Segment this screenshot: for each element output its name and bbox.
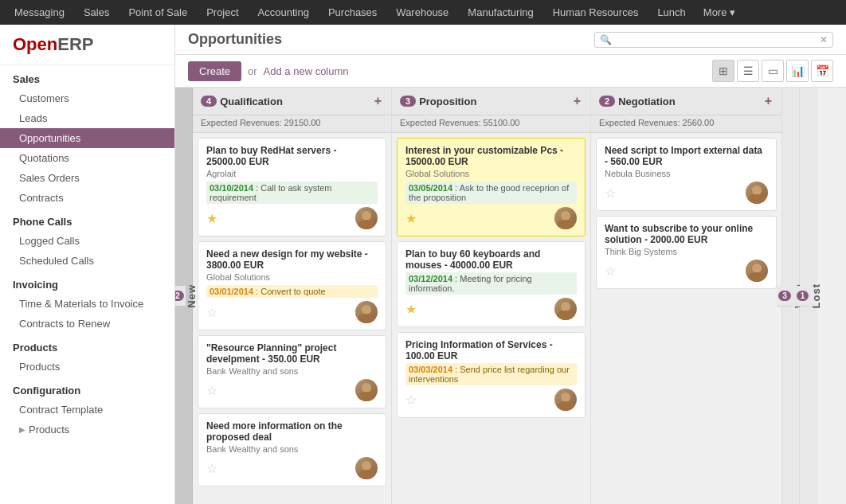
kanban-board: 2 New 4 Qualification + Expected Revenue… <box>175 88 846 504</box>
qualification-add-button[interactable]: + <box>373 94 383 108</box>
qualification-badge: 4 <box>201 96 217 107</box>
sidebar-item-leads[interactable]: Leads <box>0 108 174 128</box>
sidebar: OpenERP Sales Customers Leads Opportunit… <box>0 25 175 504</box>
create-button[interactable]: Create <box>188 61 241 81</box>
card-footer: ☆ <box>405 389 577 411</box>
card-resource-planning[interactable]: "Resource Planning" project develpment -… <box>198 335 386 408</box>
avatar <box>355 457 378 479</box>
sidebar-section-invoicing: Invoicing <box>0 271 174 294</box>
nav-purchases[interactable]: Purchases <box>320 3 385 21</box>
card-title: Need a new design for my website - 3800.… <box>206 248 378 271</box>
kanban-view-button[interactable]: ⊞ <box>712 60 734 82</box>
card-activity: 03/05/2014 : Ask to the good receprion o… <box>405 182 577 204</box>
qualification-cards: Plan to buy RedHat servers - 25000.00 EU… <box>193 133 391 504</box>
qualification-header: 4 Qualification + <box>193 88 391 115</box>
card-activity: 03/10/2014 : Call to ask system requirem… <box>206 182 378 204</box>
graph-view-button[interactable]: 📊 <box>786 60 809 82</box>
sidebar-item-contracts[interactable]: Contracts <box>0 188 174 208</box>
card-redhat[interactable]: Plan to buy RedHat servers - 25000.00 EU… <box>198 138 386 236</box>
proposition-cards: Interest in your customizable Pcs - 1500… <box>392 133 590 504</box>
calendar-view-button[interactable]: 📅 <box>811 60 833 82</box>
sidebar-item-products[interactable]: Products <box>0 357 174 377</box>
list-view-button[interactable]: ☰ <box>737 60 759 82</box>
logo-erp: ERP <box>57 34 93 54</box>
card-activity: 03/03/2014 : Send price list regarding o… <box>405 363 577 385</box>
avatar <box>554 298 577 320</box>
nav-more[interactable]: More ▾ <box>697 3 742 21</box>
search-clear-icon[interactable]: ✕ <box>820 34 828 45</box>
card-more-info[interactable]: Need more information on the proposed de… <box>198 413 386 486</box>
card-title: Want to subscribe to your online solutio… <box>605 223 768 245</box>
sidebar-item-config-products[interactable]: ▶ Products <box>0 420 174 440</box>
sidebar-section-configuration: Configuration <box>0 377 174 400</box>
card-star[interactable]: ☆ <box>405 393 417 408</box>
nav-project[interactable]: Project <box>198 3 246 21</box>
new-column-label: New <box>186 284 198 308</box>
nav-manufacturing[interactable]: Manufacturing <box>460 3 541 21</box>
card-pricing-info[interactable]: Pricing Information of Services - 100.00… <box>397 332 586 418</box>
negotiation-cards: Need script to Import external data - 56… <box>591 133 781 504</box>
form-view-button[interactable]: ▭ <box>762 60 784 82</box>
toolbar: Create or Add a new column ⊞ ☰ ▭ 📊 📅 <box>175 55 846 88</box>
sidebar-item-sales-orders[interactable]: Sales Orders <box>0 168 174 188</box>
card-customizable-pcs[interactable]: Interest in your customizable Pcs - 1500… <box>397 138 586 236</box>
card-star[interactable]: ☆ <box>206 461 217 476</box>
card-star[interactable]: ☆ <box>206 305 217 320</box>
sidebar-item-customers[interactable]: Customers <box>0 88 174 108</box>
card-import-data[interactable]: Need script to Import external data - 56… <box>596 138 777 211</box>
card-star[interactable]: ★ <box>405 302 417 317</box>
nav-point-of-sale[interactable]: Point of Sale <box>120 3 195 21</box>
search-input[interactable] <box>615 34 820 45</box>
kanban-column-qualification: 4 Qualification + Expected Revenues: 291… <box>193 88 392 504</box>
card-online-solution[interactable]: Want to subscribe to your online solutio… <box>596 216 777 289</box>
qualification-title: Qualification <box>220 96 370 107</box>
nav-warehouse[interactable]: Warehouse <box>388 3 456 21</box>
proposition-header: 3 Proposition + <box>392 88 590 115</box>
card-star[interactable]: ☆ <box>605 264 616 279</box>
proposition-add-button[interactable]: + <box>572 94 582 108</box>
nav-lunch[interactable]: Lunch <box>649 3 693 21</box>
card-design[interactable]: Need a new design for my website - 3800.… <box>198 241 386 330</box>
lost-column-label: Lost <box>810 283 822 308</box>
nav-accounting[interactable]: Accounting <box>250 3 317 21</box>
card-company: Bank Wealthy and sons <box>206 444 378 454</box>
card-footer: ☆ <box>206 301 378 323</box>
content-header: Opportunities 🔍 ✕ <box>175 25 846 55</box>
card-activity: 03/01/2014 : Convert to quote <box>206 285 378 298</box>
toolbar-or-label: or <box>248 65 257 77</box>
sidebar-item-logged-calls[interactable]: Logged Calls <box>0 231 174 251</box>
card-company: Think Big Systems <box>605 247 768 256</box>
card-keyboards[interactable]: Plan to buy 60 keyboards and mouses - 40… <box>397 241 586 327</box>
card-company: Agrolait <box>206 169 378 178</box>
card-star[interactable]: ☆ <box>605 186 616 201</box>
card-title: Plan to buy 60 keyboards and mouses - 40… <box>405 248 577 271</box>
sidebar-item-opportunities[interactable]: Opportunities <box>0 128 174 148</box>
card-footer: ★ <box>405 207 577 229</box>
sidebar-item-contracts-renew[interactable]: Contracts to Renew <box>0 314 174 334</box>
new-badge: 2 <box>175 291 184 301</box>
sidebar-item-quotations[interactable]: Quotations <box>0 148 174 168</box>
sidebar-section-phone-calls: Phone Calls <box>0 208 174 231</box>
kanban-lost-folded[interactable]: 1 Lost <box>800 88 817 504</box>
card-title: "Resource Planning" project develpment -… <box>206 342 378 365</box>
card-star[interactable]: ★ <box>206 211 217 226</box>
card-star[interactable]: ★ <box>405 211 417 226</box>
avatar <box>554 207 577 229</box>
nav-sales[interactable]: Sales <box>76 3 118 21</box>
negotiation-add-button[interactable]: + <box>763 94 774 108</box>
card-footer: ☆ <box>605 260 768 282</box>
add-column-link[interactable]: Add a new column <box>264 65 349 77</box>
sidebar-item-contract-template[interactable]: Contract Template <box>0 400 174 420</box>
card-star[interactable]: ☆ <box>206 383 217 398</box>
negotiation-header: 2 Negotiation + <box>591 88 781 115</box>
search-icon: 🔍 <box>600 34 612 45</box>
sidebar-item-time-materials[interactable]: Time & Materials to Invoice <box>0 294 174 314</box>
sidebar-item-scheduled-calls[interactable]: Scheduled Calls <box>0 251 174 271</box>
sidebar-section-products: Products <box>0 334 174 357</box>
card-footer: ★ <box>405 298 577 320</box>
nav-messaging[interactable]: Messaging <box>6 3 72 21</box>
proposition-title: Proposition <box>419 96 569 107</box>
kanban-new-folded[interactable]: 2 New <box>175 88 193 504</box>
nav-human-resources[interactable]: Human Resources <box>545 3 647 21</box>
search-bar: 🔍 ✕ <box>594 32 833 48</box>
